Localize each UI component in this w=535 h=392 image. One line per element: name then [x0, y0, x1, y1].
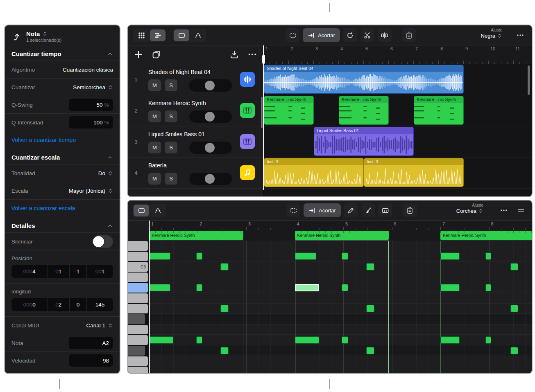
- piano-key[interactable]: [128, 241, 148, 251]
- track-icon[interactable]: [240, 103, 255, 118]
- deselect-icon[interactable]: [11, 32, 21, 41]
- midi-note[interactable]: [510, 305, 518, 312]
- split-button[interactable]: [378, 28, 392, 42]
- midi-note[interactable]: [149, 284, 170, 291]
- track-list-scrollbar[interactable]: [261, 97, 263, 128]
- midi-note[interactable]: [196, 336, 202, 344]
- solo-button[interactable]: S: [165, 110, 177, 122]
- keyboard-button[interactable]: [379, 203, 392, 217]
- midi-note[interactable]: [485, 284, 491, 291]
- piano-key[interactable]: [128, 367, 148, 373]
- midi-note[interactable]: [295, 252, 316, 260]
- solo-button[interactable]: S: [165, 142, 177, 153]
- editor-more-button[interactable]: [497, 204, 510, 217]
- track-row[interactable]: 2Kenmare Heroic SynthMS: [128, 95, 263, 126]
- piano-key[interactable]: [128, 293, 148, 303]
- volume-knob[interactable]: [205, 81, 215, 90]
- midi-note[interactable]: [342, 252, 348, 260]
- midi-note[interactable]: [440, 284, 460, 291]
- tracks-snap-control[interactable]: Ajuste Negra: [481, 28, 502, 39]
- length-field[interactable]: 0000020145: [11, 298, 113, 311]
- trim-button[interactable]: Acortar: [304, 203, 341, 217]
- midi-note[interactable]: [440, 252, 460, 260]
- editor-region-header[interactable]: Kenmare Heroic Synth: [295, 231, 389, 240]
- track-region[interactable]: Shades of Night Beat 04: [264, 65, 464, 94]
- mute-button[interactable]: M: [148, 110, 161, 122]
- trim-button[interactable]: Acortar: [303, 28, 340, 42]
- track-icon[interactable]: [240, 72, 255, 87]
- track-region[interactable]: Inst. 3: [364, 158, 464, 187]
- details-section-header[interactable]: Detalles: [5, 217, 120, 232]
- grid-view-button[interactable]: [134, 29, 149, 41]
- key-row[interactable]: Tonalidad Do: [5, 164, 120, 182]
- midi-note[interactable]: [149, 336, 173, 344]
- velocity-field[interactable]: 98: [69, 354, 113, 367]
- midi-note[interactable]: [295, 336, 319, 344]
- midi-note[interactable]: [149, 252, 170, 260]
- requantize-scale-link[interactable]: Volver a cuantizar escala: [11, 205, 75, 212]
- midi-note[interactable]: [366, 305, 374, 312]
- midi-note[interactable]: [485, 252, 491, 260]
- track-region[interactable]: Kenmare…oic Synth: [264, 96, 314, 125]
- playhead[interactable]: [263, 45, 264, 190]
- requantize-time-link[interactable]: Volver a cuantizar tiempo: [11, 137, 76, 143]
- editor-region-header[interactable]: Kenmare Heroic Synth: [149, 231, 243, 240]
- piano-key[interactable]: [128, 335, 148, 345]
- midi-note[interactable]: [485, 336, 491, 344]
- volume-knob[interactable]: [205, 143, 215, 153]
- track-icon[interactable]: [240, 134, 255, 149]
- midi-note[interactable]: [510, 263, 518, 270]
- volume-slider[interactable]: [189, 173, 232, 185]
- tracks-view-button[interactable]: [150, 29, 165, 41]
- track-region[interactable]: Inst. 3: [264, 158, 364, 187]
- piano-key[interactable]: C3: [128, 262, 148, 272]
- pencil-button[interactable]: [344, 203, 358, 217]
- piano-key[interactable]: [128, 325, 148, 335]
- solo-button[interactable]: S: [165, 173, 177, 185]
- piano-key[interactable]: [128, 314, 145, 324]
- solo-button[interactable]: S: [165, 79, 177, 91]
- volume-knob[interactable]: [205, 112, 215, 122]
- paste-button[interactable]: [402, 28, 416, 42]
- mute-button[interactable]: M: [148, 142, 161, 153]
- midi-note[interactable]: [196, 284, 202, 291]
- q-swing-field[interactable]: 50 %: [69, 99, 113, 111]
- volume-slider[interactable]: [189, 142, 232, 154]
- editor-playhead[interactable]: [149, 220, 150, 373]
- quantize-scale-section-header[interactable]: Cuantizar escala: [5, 149, 120, 164]
- scissors-button[interactable]: [360, 28, 374, 42]
- midi-note[interactable]: [220, 263, 229, 270]
- midi-note[interactable]: [220, 305, 229, 312]
- piano-key[interactable]: [128, 356, 148, 366]
- automation-button[interactable]: [190, 29, 206, 41]
- track-row[interactable]: 4BateríaMS: [128, 157, 263, 189]
- playhead-handle[interactable]: [262, 55, 265, 64]
- tracks-ruler[interactable]: 1234567891011: [263, 45, 532, 64]
- editor-region-header[interactable]: Kenmare Heroic Synth: [440, 231, 532, 240]
- marquee-button[interactable]: [286, 28, 299, 42]
- midi-note[interactable]: [220, 347, 229, 354]
- position-field[interactable]: 0004011001: [11, 265, 113, 278]
- duplicate-track-icon[interactable]: [152, 50, 161, 59]
- region-area[interactable]: Shades of Night Beat 04Kenmare…oic Synth…: [263, 64, 532, 196]
- mute-button[interactable]: M: [148, 173, 161, 185]
- paste-button[interactable]: [403, 203, 417, 217]
- region-tool-button[interactable]: [134, 205, 149, 216]
- editor-grid[interactable]: [149, 241, 532, 373]
- piano-key-selected[interactable]: [128, 283, 148, 293]
- track-region[interactable]: Liquid Smiles Bass 01: [314, 127, 414, 156]
- note-field[interactable]: A2: [69, 337, 113, 349]
- scale-row[interactable]: Escala Mayor (Jónica): [5, 182, 120, 199]
- import-track-icon[interactable]: [229, 50, 239, 59]
- track-row[interactable]: 3Liquid Smiles Bass 01MS: [128, 126, 263, 158]
- piano-key[interactable]: [128, 346, 145, 356]
- midi-note[interactable]: [510, 347, 518, 354]
- midi-note[interactable]: [342, 336, 348, 344]
- piano-key[interactable]: [128, 273, 148, 282]
- mute-toggle[interactable]: [92, 235, 113, 248]
- volume-slider[interactable]: [189, 79, 232, 92]
- midi-note[interactable]: [440, 336, 460, 344]
- region-tool-button[interactable]: [174, 29, 189, 41]
- q-strength-field[interactable]: 100 %: [69, 116, 113, 128]
- midi-note[interactable]: [342, 284, 348, 291]
